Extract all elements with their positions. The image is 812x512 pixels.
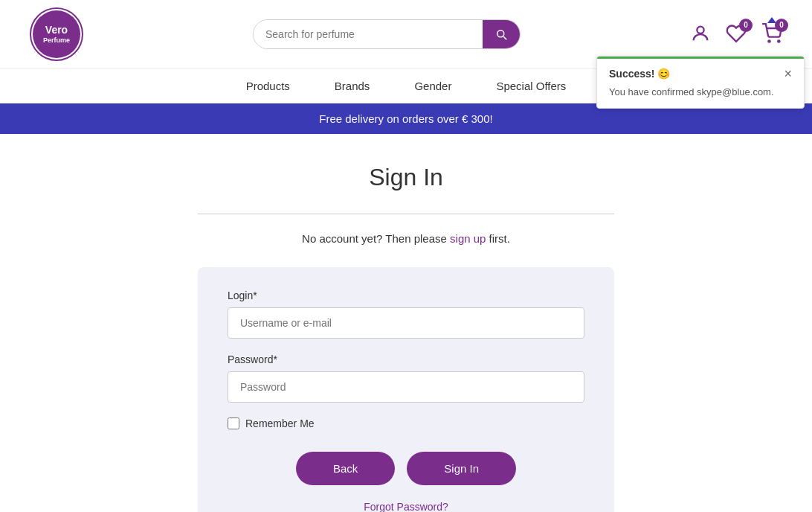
svg-point-0 bbox=[697, 26, 703, 33]
toast-progress-bar bbox=[597, 57, 804, 59]
success-toast: Success! 😊 × You have confirmed skype@bl… bbox=[596, 56, 805, 109]
page-title: Sign In bbox=[198, 164, 614, 191]
login-label: Login* bbox=[228, 289, 584, 301]
signin-button[interactable]: Sign In bbox=[407, 452, 516, 485]
no-account-text: No account yet? Then please sign up firs… bbox=[198, 232, 614, 245]
search-area bbox=[253, 19, 521, 49]
nav-products[interactable]: Products bbox=[246, 80, 290, 92]
logo[interactable]: Vero Perfume bbox=[30, 7, 83, 61]
cart-badge: 0 bbox=[775, 19, 788, 32]
wishlist-badge: 0 bbox=[739, 19, 753, 32]
button-row: Back Sign In bbox=[228, 452, 584, 485]
remember-row: Remember Me bbox=[228, 417, 584, 429]
signin-form-card: Login* Password* Remember Me Back Sign I… bbox=[198, 267, 614, 512]
sign-up-link[interactable]: sign up bbox=[450, 232, 486, 245]
no-account-prefix: No account yet? Then please bbox=[302, 232, 450, 245]
svg-point-2 bbox=[778, 40, 779, 42]
logo-perfume: Perfume bbox=[43, 36, 70, 45]
remember-checkbox[interactable] bbox=[228, 417, 239, 429]
header-icons: 0 0 bbox=[690, 23, 782, 46]
search-icon bbox=[494, 28, 508, 41]
search-input[interactable] bbox=[254, 20, 483, 48]
logo-area: Vero Perfume bbox=[30, 7, 83, 61]
cart-icon-button[interactable]: 0 bbox=[761, 23, 782, 46]
remember-label: Remember Me bbox=[245, 417, 315, 429]
svg-point-1 bbox=[768, 40, 770, 42]
toast-title: Success! 😊 bbox=[609, 68, 670, 80]
search-button[interactable] bbox=[483, 20, 520, 48]
search-wrapper bbox=[253, 19, 521, 49]
forgot-password-link[interactable]: Forgot Password? bbox=[364, 501, 448, 512]
no-account-suffix: first. bbox=[486, 232, 510, 245]
forgot-link-wrapper: Forgot Password? bbox=[228, 500, 584, 512]
login-input[interactable] bbox=[228, 307, 584, 339]
logo-inner: Vero Perfume bbox=[33, 10, 80, 58]
nav-brands[interactable]: Brands bbox=[335, 80, 370, 92]
wishlist-icon-button[interactable]: 0 bbox=[726, 23, 747, 46]
back-button[interactable]: Back bbox=[296, 452, 395, 485]
logo-vero: Vero bbox=[45, 24, 68, 36]
nav-special-offers[interactable]: Special Offers bbox=[496, 80, 566, 92]
divider bbox=[198, 214, 614, 214]
user-icon-button[interactable] bbox=[690, 23, 711, 46]
toast-body: You have confirmed skype@blue.com. bbox=[609, 86, 792, 97]
user-icon bbox=[690, 23, 711, 44]
main-content: Sign In No account yet? Then please sign… bbox=[183, 164, 629, 512]
password-input[interactable] bbox=[228, 371, 584, 403]
password-label: Password* bbox=[228, 353, 584, 365]
nav-gender[interactable]: Gender bbox=[414, 80, 451, 92]
toast-header: Success! 😊 × bbox=[609, 67, 792, 80]
banner-text: Free delivery on orders over € 300! bbox=[319, 112, 492, 125]
toast-close-button[interactable]: × bbox=[784, 67, 792, 80]
